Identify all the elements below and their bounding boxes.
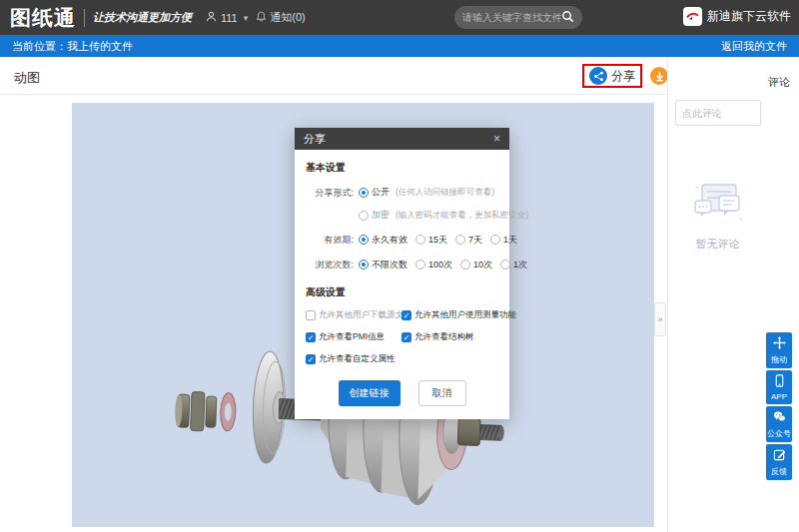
document-toolbar	[0, 57, 667, 95]
checkbox-measure-label: 允许其他用户使用测量功能	[414, 309, 516, 321]
brand-name: 新迪旗下云软件	[707, 8, 791, 25]
radio-views-unlimited-label: 不限次数	[372, 259, 407, 271]
comments-sidebar: ++ 暂无评论	[667, 57, 767, 532]
drag-button-label: 拖动	[771, 354, 787, 365]
radio-validity-1d[interactable]: 1天	[490, 234, 517, 247]
drag-button[interactable]: 拖动	[766, 332, 792, 368]
cancel-button[interactable]: 取消	[418, 380, 466, 406]
search-box[interactable]	[454, 6, 582, 29]
comments-empty-state: ++ 暂无评论	[668, 181, 767, 252]
app-tagline: 让技术沟通更加方便	[93, 10, 192, 25]
checkbox-measure[interactable]: 允许其他用户使用测量功能	[401, 309, 516, 321]
move-icon	[773, 336, 786, 352]
radio-encrypted-label: 加密	[372, 209, 390, 222]
radio-validity-1d-label: 1天	[503, 234, 517, 247]
radio-public[interactable]: 公开	[359, 186, 390, 199]
radio-validity-15d[interactable]: 15天	[415, 234, 447, 247]
share-button[interactable]: 分享	[589, 67, 635, 85]
logo-divider	[84, 9, 85, 27]
radio-validity-7d-icon[interactable]	[455, 235, 465, 245]
share-form-row: 分享形式: 公开 (任何人访问链接即可查看) 加密	[306, 186, 498, 222]
basic-settings-title: 基本设置	[306, 161, 498, 175]
feedback-button[interactable]: 反馈	[766, 444, 792, 480]
checkbox-measure-icon[interactable]	[401, 310, 411, 320]
validity-row: 有效期: 永久有效 15天 7天	[306, 233, 498, 247]
floating-button-column: 拖动 APP 公众号 反馈	[766, 332, 792, 480]
username: 111	[221, 12, 238, 24]
notifications-button[interactable]: 通知(0)	[256, 10, 305, 25]
views-label: 浏览次数:	[306, 258, 354, 271]
phone-icon	[773, 374, 786, 390]
checkbox-custom-props[interactable]: 允许查看自定义属性	[306, 353, 401, 365]
checkbox-download-source[interactable]: 允许其他用户下载源文件	[306, 309, 401, 321]
share-button-label: 分享	[611, 68, 635, 85]
checkbox-structure-tree-icon[interactable]	[401, 332, 411, 342]
share-dialog-header[interactable]: 分享 ×	[295, 128, 509, 150]
validity-label: 有效期:	[306, 233, 354, 247]
app-button-label: APP	[771, 392, 787, 401]
share-dialog-body: 基本设置 分享形式: 公开 (任何人访问链接即可查看) 加密	[295, 150, 509, 419]
advanced-options-grid: 允许其他用户下载源文件 允许其他用户使用测量功能 允许查看PMI信息 允许查看结…	[306, 309, 498, 365]
search-icon[interactable]	[561, 9, 574, 27]
radio-validity-1d-icon[interactable]	[490, 235, 500, 245]
feedback-button-label: 反馈	[771, 466, 787, 477]
download-icon	[650, 67, 668, 85]
page-title: 动图	[14, 69, 40, 87]
radio-views-unlimited-icon[interactable]	[359, 260, 369, 269]
radio-views-1[interactable]: 1次	[500, 259, 527, 271]
radio-views-10-label: 10次	[473, 259, 492, 271]
radio-views-100-label: 100次	[428, 259, 452, 271]
comment-input[interactable]	[675, 100, 761, 126]
checkbox-download-source-icon[interactable]	[306, 310, 316, 320]
checkbox-pmi-icon[interactable]	[306, 332, 316, 342]
back-to-files-link[interactable]: 返回我的文件	[721, 39, 787, 54]
radio-validity-forever[interactable]: 永久有效	[359, 234, 407, 247]
wechat-icon	[773, 410, 786, 426]
svg-text:+: +	[695, 184, 699, 190]
share-icon	[589, 67, 607, 85]
user-menu[interactable]: 111 ▾	[206, 11, 256, 24]
radio-encrypted-note: (输入密码才能查看，更加私密安全)	[396, 210, 528, 222]
app-root: 图纸通 让技术沟通更加方便 111 ▾ 通知(0) 新迪旗下云软件	[0, 0, 799, 532]
app-button[interactable]: APP	[766, 370, 792, 404]
radio-validity-15d-icon[interactable]	[415, 235, 425, 245]
radio-encrypted[interactable]: 加密	[359, 209, 390, 222]
radio-validity-forever-icon[interactable]	[359, 235, 369, 245]
share-form-label: 分享形式:	[306, 186, 354, 222]
radio-validity-7d[interactable]: 7天	[455, 234, 482, 247]
checkbox-custom-props-icon[interactable]	[306, 354, 316, 364]
official-account-button[interactable]: 公众号	[766, 406, 792, 442]
comments-label: 评论	[768, 75, 790, 90]
radio-views-1-label: 1次	[513, 259, 527, 271]
radio-views-unlimited[interactable]: 不限次数	[359, 259, 407, 271]
checkbox-pmi-label: 允许查看PMI信息	[319, 331, 385, 343]
radio-public-note: (任何人访问链接即可查看)	[396, 187, 494, 199]
radio-public-icon[interactable]	[359, 188, 369, 198]
checkbox-download-source-label: 允许其他用户下载源文件	[319, 309, 412, 321]
dialog-footer: 创建链接 取消	[306, 380, 498, 406]
app-logo: 图纸通	[10, 4, 76, 32]
checkbox-custom-props-label: 允许查看自定义属性	[319, 353, 396, 365]
checkbox-structure-tree[interactable]: 允许查看结构树	[401, 331, 516, 343]
radio-views-10[interactable]: 10次	[460, 259, 492, 271]
top-bar: 图纸通 让技术沟通更加方便 111 ▾ 通知(0) 新迪旗下云软件	[0, 0, 799, 35]
checkbox-pmi[interactable]: 允许查看PMI信息	[306, 331, 401, 343]
radio-views-100[interactable]: 100次	[415, 259, 452, 271]
sidebar-collapse-handle[interactable]: »	[654, 302, 666, 336]
empty-comments-label: 暂无评论	[696, 237, 740, 252]
official-account-label: 公众号	[767, 428, 791, 439]
views-row: 浏览次数: 不限次数 100次 10次	[306, 258, 498, 271]
close-icon[interactable]: ×	[493, 133, 500, 145]
create-link-button[interactable]: 创建链接	[339, 380, 400, 406]
radio-views-1-icon[interactable]	[500, 260, 510, 269]
svg-text:+: +	[739, 216, 743, 222]
radio-views-10-icon[interactable]	[460, 260, 470, 269]
checkbox-structure-tree-label: 允许查看结构树	[414, 331, 474, 343]
chevron-down-icon: ▾	[244, 13, 249, 23]
radio-views-100-icon[interactable]	[415, 260, 425, 269]
share-annotation-highlight: 分享	[582, 64, 642, 88]
radio-validity-7d-label: 7天	[468, 234, 482, 247]
brand-logo-icon	[683, 7, 702, 26]
radio-encrypted-icon[interactable]	[359, 211, 369, 221]
search-input[interactable]	[462, 12, 561, 23]
